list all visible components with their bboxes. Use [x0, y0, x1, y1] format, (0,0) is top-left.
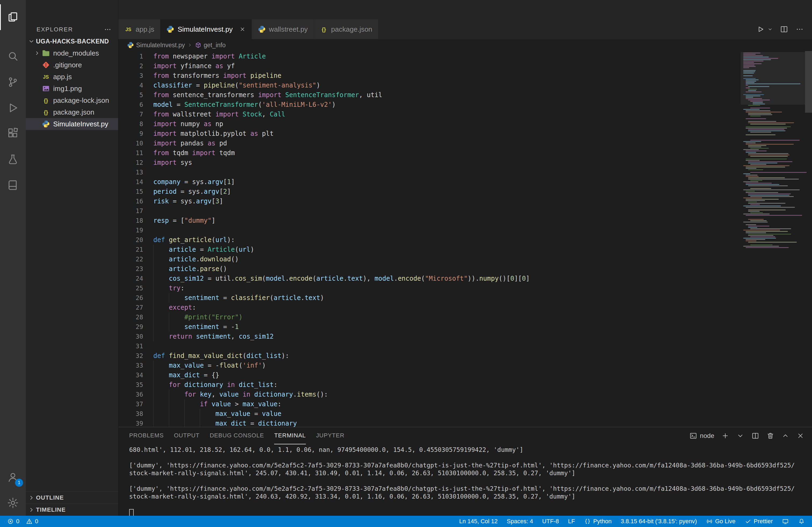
- split-editor-button[interactable]: [780, 25, 788, 33]
- panel-tab-problems[interactable]: PROBLEMS: [129, 427, 164, 445]
- activity-bar-bottom: 1: [0, 464, 26, 516]
- panel-tab-output[interactable]: OUTPUT: [174, 427, 200, 445]
- vscode-window: 1 EXPLORER UGA-HACKS-BACKEND node_module…: [0, 0, 812, 527]
- tab-app.js[interactable]: JSapp.js: [118, 19, 160, 39]
- scrollbar-thumb[interactable]: [805, 51, 812, 113]
- code-line: 18resp = ["dummy"]: [118, 216, 739, 225]
- settings-gear-icon: [7, 497, 19, 509]
- activity-item-accounts[interactable]: 1: [0, 464, 26, 490]
- code-editor[interactable]: 1from newspaper import Article2import yf…: [118, 51, 812, 427]
- panel-tab-jupyter[interactable]: JUPYTER: [316, 427, 345, 445]
- source-control-icon: [7, 76, 19, 88]
- breadcrumb-item[interactable]: SimulateInvest.py: [127, 42, 185, 49]
- trash-icon: [766, 432, 774, 440]
- code-line: 7from wallstreet import Stock, Call: [118, 109, 739, 119]
- new-terminal-button[interactable]: [721, 432, 729, 440]
- status-errors[interactable]: 0: [7, 518, 19, 525]
- status-right: Ln 145, Col 12Spaces: 4UTF-8LFPython3.8.…: [459, 518, 805, 525]
- activity-item-notebooks[interactable]: [0, 172, 26, 198]
- tab-SimulateInvest.py[interactable]: SimulateInvest.py: [160, 19, 251, 39]
- status-prettier[interactable]: Prettier: [744, 518, 773, 525]
- panel: PROBLEMSOUTPUTDEBUG CONSOLETERMINALJUPYT…: [118, 427, 812, 516]
- code-line: 12import sys: [118, 158, 739, 167]
- status-eol[interactable]: LF: [568, 518, 575, 525]
- terminal-cursor: [129, 509, 134, 516]
- panel-tab-terminal[interactable]: TERMINAL: [274, 427, 306, 445]
- project-section-header[interactable]: UGA-HACKS-BACKEND: [26, 35, 118, 47]
- status-indentation[interactable]: Spaces: 4: [507, 518, 533, 525]
- chevron-up-icon: [781, 432, 789, 440]
- activity-item-run-debug[interactable]: [0, 95, 26, 121]
- python-file-icon: [258, 25, 266, 33]
- panel-tab-debug-console[interactable]: DEBUG CONSOLE: [210, 427, 264, 445]
- activity-item-search[interactable]: [0, 44, 26, 69]
- extensions-icon: [7, 127, 19, 140]
- line-number: 12: [118, 158, 143, 167]
- project-name: UGA-HACKS-BACKEND: [36, 38, 109, 45]
- close-icon[interactable]: [239, 26, 246, 32]
- file-item-.gitignore[interactable]: .gitignore: [26, 59, 118, 71]
- tab-package.json[interactable]: {}package.json: [314, 19, 378, 39]
- code-line: 9import matplotlib.pyplot as plt: [118, 129, 739, 138]
- line-number: 15: [118, 187, 143, 196]
- code-line: 32def find_max_value_dict(dict_list):: [118, 351, 739, 361]
- status-cursor-position[interactable]: Ln 145, Col 12: [459, 518, 497, 525]
- more-actions-button[interactable]: [795, 25, 804, 33]
- file-item-package-lock.json[interactable]: {}package-lock.json: [26, 94, 118, 106]
- terminal-dropdown[interactable]: [736, 432, 744, 440]
- line-number: 19: [118, 225, 143, 235]
- status-language-mode[interactable]: Python: [584, 518, 612, 525]
- kill-terminal-button[interactable]: [766, 432, 774, 440]
- code-line: 1from newspaper import Article: [118, 51, 739, 61]
- code-line: 10import pandas as pd: [118, 138, 739, 148]
- chevron-down-icon: [736, 432, 744, 440]
- breadcrumb-item[interactable]: get_info: [195, 42, 226, 49]
- pane-label: OUTLINE: [36, 494, 64, 501]
- tab-bar: JSapp.jsSimulateInvest.pywallstreet.py{}…: [118, 0, 812, 39]
- python-file-icon: [42, 120, 50, 128]
- status-label: 3.8.15 64-bit ('3.8.15': pyenv): [621, 518, 697, 525]
- file-item-app.js[interactable]: JSapp.js: [26, 71, 118, 82]
- chevron-down-icon: [28, 38, 35, 45]
- activity-item-extensions[interactable]: [0, 121, 26, 147]
- code-line: 8import numpy as np: [118, 119, 739, 129]
- line-number: 38: [118, 409, 143, 419]
- split-terminal-button[interactable]: [751, 432, 759, 440]
- file-item-SimulateInvest.py[interactable]: SimulateInvest.py: [26, 118, 118, 130]
- activity-item-settings[interactable]: [0, 490, 26, 516]
- minimap[interactable]: [742, 52, 804, 427]
- code-line: 21 article = Article(url): [118, 245, 739, 254]
- file-item-img1.png[interactable]: img1.png: [26, 82, 118, 94]
- tab-wallstreet.py[interactable]: wallstreet.py: [252, 19, 314, 39]
- line-number: 6: [118, 100, 143, 109]
- status-python-interpreter[interactable]: 3.8.15 64-bit ('3.8.15': pyenv): [621, 518, 697, 525]
- shell-selector[interactable]: node: [689, 432, 714, 440]
- activity-item-explorer[interactable]: [0, 4, 26, 30]
- close-panel-button[interactable]: [796, 432, 804, 440]
- terminal-line: stock-market-rally-signals.html', 245.07…: [129, 469, 807, 477]
- run-button[interactable]: [756, 25, 765, 33]
- status-screen-cast[interactable]: [782, 518, 789, 525]
- activity-item-source-control[interactable]: [0, 69, 26, 95]
- sidebar-pane-outline[interactable]: OUTLINE: [26, 492, 118, 504]
- terminal-output[interactable]: 680.html', 112.01, 218.52, 162.64, 0.0, …: [118, 445, 812, 516]
- file-item-node_modules[interactable]: node_modules: [26, 47, 118, 59]
- svg-text:{}: {}: [322, 26, 326, 32]
- run-debug-icon: [7, 102, 19, 114]
- line-number: 16: [118, 196, 143, 206]
- status-warnings[interactable]: 0: [26, 518, 38, 525]
- code-line: 16risk = sys.argv[3]: [118, 196, 739, 206]
- run-dropdown[interactable]: [772, 27, 773, 32]
- code-line: 6model = SentenceTransformer('all-MiniLM…: [118, 100, 739, 109]
- sidebar-pane-timeline[interactable]: TIMELINE: [26, 504, 118, 516]
- file-item-package.json[interactable]: {}package.json: [26, 106, 118, 118]
- status-notifications[interactable]: [798, 518, 805, 525]
- status-go-live[interactable]: Go Live: [706, 518, 736, 525]
- ellipsis-icon[interactable]: [104, 26, 112, 33]
- image-file-icon: [42, 85, 50, 93]
- activity-item-testing[interactable]: [0, 147, 26, 172]
- maximize-panel-button[interactable]: [781, 432, 789, 440]
- status-label: Python: [593, 518, 612, 525]
- status-encoding[interactable]: UTF-8: [542, 518, 559, 525]
- breadcrumb-separator-icon: [187, 42, 192, 48]
